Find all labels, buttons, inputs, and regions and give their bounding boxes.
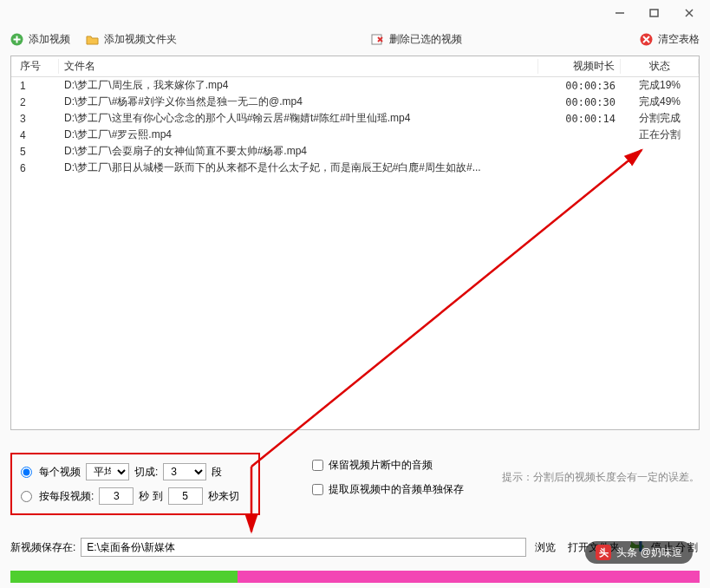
toolbar: 添加视频 添加视频文件夹 删除已选的视频 清空表格 bbox=[0, 26, 710, 52]
plus-icon bbox=[10, 33, 23, 46]
avg-select[interactable]: 平均 bbox=[86, 463, 129, 480]
progress-remaining bbox=[238, 571, 700, 583]
cell-status: 完成19% bbox=[621, 78, 699, 93]
extract-audio-label: 提取原视频中的音频单独保存 bbox=[329, 482, 464, 497]
cell-status: 正在分割 bbox=[621, 127, 699, 142]
extract-audio-checkbox[interactable] bbox=[312, 484, 323, 495]
delete-selected-label: 删除已选的视频 bbox=[389, 32, 462, 47]
keep-audio-checkbox[interactable] bbox=[312, 460, 323, 471]
audio-options: 保留视频片断中的音频 提取原视频中的音频单独保存 bbox=[312, 453, 464, 501]
add-video-button[interactable]: 添加视频 bbox=[10, 32, 70, 47]
cell-duration: 00:00:14 bbox=[538, 113, 621, 125]
save-path-input[interactable] bbox=[81, 538, 526, 557]
add-folder-button[interactable]: 添加视频文件夹 bbox=[86, 32, 177, 47]
clear-icon bbox=[640, 33, 653, 46]
col-index[interactable]: 序号 bbox=[11, 59, 59, 74]
table-row[interactable]: 5D:\梦工厂\会耍扇子的女神仙简直不要太帅#杨幂.mp4 bbox=[11, 143, 699, 160]
sec-to-label: 秒 到 bbox=[139, 489, 162, 504]
col-duration[interactable]: 视频时长 bbox=[538, 59, 621, 74]
add-folder-label: 添加视频文件夹 bbox=[104, 32, 177, 47]
minimize-button[interactable] bbox=[615, 8, 625, 18]
split-mode-group: 每个视频 平均 切成: 3 段 按每段视频: 秒 到 秒来切 bbox=[10, 453, 260, 515]
browse-button[interactable]: 浏览 bbox=[531, 540, 559, 555]
add-video-label: 添加视频 bbox=[29, 32, 70, 47]
options-panel: 每个视频 平均 切成: 3 段 按每段视频: 秒 到 秒来切 保留视频片断中的音… bbox=[10, 453, 700, 515]
table-row[interactable]: 2D:\梦工厂\#杨幂#刘学义你当然是独一无二的@.mp400:00:30完成4… bbox=[11, 94, 699, 110]
cell-status: 分割完成 bbox=[621, 111, 699, 126]
save-label: 新视频保存在: bbox=[10, 540, 75, 555]
table-header: 序号 文件名 视频时长 状态 bbox=[11, 56, 699, 77]
watermark-logo-icon: 头 bbox=[596, 545, 611, 560]
seconds-from-input[interactable] bbox=[99, 487, 134, 505]
cell-filename: D:\梦工厂\周生辰，我来嫁你了.mp4 bbox=[59, 78, 538, 93]
delete-selected-button[interactable]: 删除已选的视频 bbox=[371, 32, 462, 47]
mode-average-row: 每个视频 平均 切成: 3 段 bbox=[21, 460, 250, 484]
folder-icon bbox=[86, 33, 99, 46]
cell-status: 完成49% bbox=[621, 95, 699, 109]
clear-table-button[interactable]: 清空表格 bbox=[640, 32, 700, 47]
cell-filename: D:\梦工厂\#罗云熙.mp4 bbox=[59, 127, 538, 142]
cell-filename: D:\梦工厂\那日从城楼一跃而下的从来都不是什么太子妃，而是南辰王妃#白鹿#周生… bbox=[59, 160, 538, 175]
watermark: 头 头条 @奶味逗 bbox=[585, 541, 693, 564]
progress-done bbox=[10, 571, 238, 583]
table-row[interactable]: 3D:\梦工厂\这里有你心心念念的那个人吗#翰云居#鞠婧t#陈红#叶里仙瑶.mp… bbox=[11, 110, 699, 127]
hint-text: 提示：分割后的视频长度会有一定的误差。 bbox=[502, 470, 700, 485]
cell-index: 2 bbox=[11, 96, 59, 108]
table-body: 1D:\梦工厂\周生辰，我来嫁你了.mp400:00:36完成19%2D:\梦工… bbox=[11, 77, 699, 176]
seconds-to-input[interactable] bbox=[168, 487, 203, 505]
each-video-label: 每个视频 bbox=[39, 465, 81, 480]
progress-bar bbox=[10, 571, 700, 583]
maximize-button[interactable] bbox=[649, 8, 660, 18]
col-filename[interactable]: 文件名 bbox=[59, 59, 538, 74]
delete-icon bbox=[371, 33, 384, 46]
video-table: 序号 文件名 视频时长 状态 1D:\梦工厂\周生辰，我来嫁你了.mp400:0… bbox=[10, 56, 700, 430]
cell-filename: D:\梦工厂\会耍扇子的女神仙简直不要太帅#杨幂.mp4 bbox=[59, 144, 538, 159]
segment-suffix: 段 bbox=[212, 465, 222, 480]
table-row[interactable]: 1D:\梦工厂\周生辰，我来嫁你了.mp400:00:36完成19% bbox=[11, 77, 699, 94]
cut-into-label: 切成: bbox=[134, 465, 158, 480]
clear-table-label: 清空表格 bbox=[658, 32, 700, 47]
sec-cut-label: 秒来切 bbox=[208, 489, 239, 504]
cell-index: 4 bbox=[11, 129, 59, 141]
svg-rect-1 bbox=[650, 10, 658, 16]
col-status[interactable]: 状态 bbox=[621, 59, 699, 74]
mode-average-radio[interactable] bbox=[21, 467, 32, 478]
keep-audio-label: 保留视频片断中的音频 bbox=[329, 458, 433, 473]
cell-duration: 00:00:30 bbox=[538, 96, 621, 108]
cell-index: 1 bbox=[11, 80, 59, 92]
mode-seconds-row: 按每段视频: 秒 到 秒来切 bbox=[21, 484, 250, 508]
cell-filename: D:\梦工厂\#杨幂#刘学义你当然是独一无二的@.mp4 bbox=[59, 95, 538, 109]
cell-index: 6 bbox=[11, 162, 59, 174]
table-row[interactable]: 6D:\梦工厂\那日从城楼一跃而下的从来都不是什么太子妃，而是南辰王妃#白鹿#周… bbox=[11, 160, 699, 176]
cell-index: 3 bbox=[11, 113, 59, 125]
cell-filename: D:\梦工厂\这里有你心心念念的那个人吗#翰云居#鞠婧t#陈红#叶里仙瑶.mp4 bbox=[59, 111, 538, 126]
segments-select[interactable]: 3 bbox=[163, 463, 206, 480]
by-segment-label: 按每段视频: bbox=[39, 489, 94, 504]
cell-index: 5 bbox=[11, 146, 59, 158]
table-row[interactable]: 4D:\梦工厂\#罗云熙.mp4正在分割 bbox=[11, 127, 699, 143]
titlebar bbox=[0, 0, 710, 26]
app-window: 添加视频 添加视频文件夹 删除已选的视频 清空表格 序号 文件名 视频时长 状态… bbox=[0, 0, 710, 588]
mode-seconds-radio[interactable] bbox=[21, 491, 32, 502]
cell-duration: 00:00:36 bbox=[538, 80, 621, 92]
close-button[interactable] bbox=[684, 8, 694, 18]
watermark-text: 头条 @奶味逗 bbox=[616, 546, 682, 560]
